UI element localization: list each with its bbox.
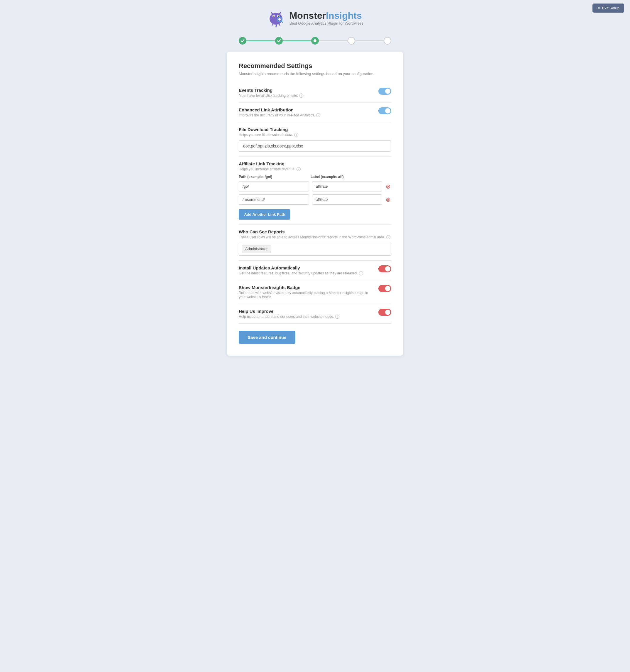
page-title: Recommended Settings	[239, 62, 391, 70]
affiliate-link-desc: Helps you increase affiliate revenue. i	[239, 167, 391, 171]
affiliate-row-2: ⊗	[239, 194, 391, 205]
page-subtitle: MonsterInsights recommends the following…	[239, 72, 391, 76]
install-updates-info-icon: i	[359, 271, 363, 275]
install-updates-info: Install Updates Automatically Get the la…	[239, 265, 372, 275]
file-download-label: File Download Tracking	[239, 127, 391, 132]
progress-step-3	[311, 37, 319, 45]
show-badge-desc-text: Build trust with website visitors by aut…	[239, 291, 372, 299]
help-improve-toggle[interactable]	[378, 309, 391, 316]
affiliate-label-header: Label (example: aff)	[310, 175, 379, 179]
tag-input[interactable]: Administrator	[239, 243, 391, 256]
events-tracking-desc: Must have for all click tracking on site…	[239, 94, 372, 98]
show-badge-desc: Build trust with website visitors by aut…	[239, 291, 372, 299]
show-badge-info: Show MonsterInsights Badge Build trust w…	[239, 285, 372, 299]
progress-line-3	[319, 41, 348, 41]
svg-marker-16	[278, 24, 281, 26]
progress-bar	[0, 34, 630, 52]
brand-insights: Insights	[326, 10, 362, 21]
help-improve-toggle-control[interactable]	[378, 309, 391, 316]
progress-line-2	[283, 41, 311, 41]
enhanced-link-label: Enhanced Link Attribution	[239, 107, 372, 112]
enhanced-link-info: Enhanced Link Attribution Improves the a…	[239, 107, 372, 117]
affiliate-remove-button-1[interactable]: ⊗	[385, 183, 391, 190]
help-improve-info-icon: i	[335, 315, 339, 319]
enhanced-link-desc: Improves the accuracy of your In-Page An…	[239, 113, 372, 117]
events-tracking-info: Events Tracking Must have for all click …	[239, 88, 372, 98]
enhanced-link-info-icon: i	[316, 113, 320, 117]
progress-step-4	[348, 37, 355, 45]
main-card: Recommended Settings MonsterInsights rec…	[227, 52, 403, 356]
install-updates-toggle[interactable]	[378, 265, 391, 272]
exit-setup-button[interactable]: ✕ Exit Setup	[592, 3, 624, 13]
show-badge-label: Show MonsterInsights Badge	[239, 285, 372, 290]
install-updates-desc: Get the latest features, bug fixes, and …	[239, 271, 372, 275]
exit-icon: ✕	[597, 6, 600, 10]
svg-marker-14	[271, 24, 274, 26]
affiliate-label-input-1[interactable]	[312, 181, 382, 191]
add-link-path-button[interactable]: Add Another Link Path	[239, 209, 290, 220]
who-can-see-section: Who Can See Reports These user roles wil…	[239, 224, 391, 261]
progress-step-2	[275, 37, 283, 45]
progress-line-4	[355, 41, 384, 41]
progress-step-1	[239, 37, 247, 45]
who-can-see-desc-text: These user roles will be able to access …	[239, 235, 385, 239]
events-tracking-info-icon: i	[299, 94, 303, 98]
help-improve-row: Help Us Improve Help us better understan…	[239, 304, 391, 324]
who-can-see-desc: These user roles will be able to access …	[239, 235, 391, 239]
install-updates-desc-text: Get the latest features, bug fixes, and …	[239, 271, 358, 275]
file-download-desc-text: Helps you see file downloads data.	[239, 133, 293, 137]
file-download-section: File Download Tracking Helps you see fil…	[239, 122, 391, 157]
logo-text: MonsterInsights Best Google Analytics Pl…	[289, 11, 364, 25]
exit-setup-label: Exit Setup	[602, 6, 620, 10]
svg-marker-15	[275, 25, 277, 27]
show-badge-knob	[385, 286, 390, 291]
affiliate-link-desc-text: Helps you increase affiliate revenue.	[239, 167, 295, 171]
progress-track	[239, 37, 391, 45]
affiliate-row-1: ⊗	[239, 181, 391, 191]
enhanced-link-toggle-control[interactable]	[378, 107, 391, 114]
events-tracking-toggle-control[interactable]	[378, 88, 391, 95]
svg-point-8	[279, 16, 279, 16]
enhanced-link-knob	[385, 108, 390, 114]
enhanced-link-desc-text: Improves the accuracy of your In-Page An…	[239, 113, 315, 117]
enhanced-link-row: Enhanced Link Attribution Improves the a…	[239, 103, 391, 122]
progress-step-5	[383, 37, 391, 45]
svg-point-10	[278, 18, 281, 21]
show-badge-toggle-control[interactable]	[378, 285, 391, 292]
affiliate-link-info-icon: i	[297, 167, 301, 171]
help-improve-label: Help Us Improve	[239, 309, 372, 314]
events-tracking-toggle[interactable]	[378, 88, 391, 95]
enhanced-link-toggle[interactable]	[378, 107, 391, 114]
affiliate-link-label: Affiliate Link Tracking	[239, 161, 391, 166]
save-continue-button[interactable]: Save and continue	[239, 331, 295, 344]
show-badge-row: Show MonsterInsights Badge Build trust w…	[239, 280, 391, 304]
events-tracking-row: Events Tracking Must have for all click …	[239, 83, 391, 103]
affiliate-path-input-1[interactable]	[239, 181, 309, 191]
affiliate-path-input-2[interactable]	[239, 194, 309, 205]
install-updates-knob	[385, 266, 390, 271]
affiliate-path-header: Path (example: /go/)	[239, 175, 307, 179]
affiliate-remove-button-2[interactable]: ⊗	[385, 196, 391, 203]
file-download-input[interactable]	[239, 140, 391, 151]
events-tracking-knob	[385, 89, 390, 94]
install-updates-toggle-control[interactable]	[378, 265, 391, 272]
affiliate-link-section: Affiliate Link Tracking Helps you increa…	[239, 157, 391, 224]
svg-line-11	[281, 21, 283, 23]
affiliate-label-input-2[interactable]	[312, 194, 382, 205]
show-badge-toggle[interactable]	[378, 285, 391, 292]
help-improve-desc-text: Help us better understand our users and …	[239, 315, 334, 319]
progress-line-1	[247, 41, 275, 41]
help-improve-desc: Help us better understand our users and …	[239, 315, 372, 319]
who-can-see-info-icon: i	[386, 235, 390, 239]
svg-point-7	[274, 16, 275, 16]
administrator-tag: Administrator	[242, 245, 271, 253]
install-updates-row: Install Updates Automatically Get the la…	[239, 261, 391, 280]
help-improve-knob	[385, 310, 390, 315]
events-tracking-desc-text: Must have for all click tracking on site…	[239, 94, 298, 98]
install-updates-label: Install Updates Automatically	[239, 265, 372, 270]
events-tracking-label: Events Tracking	[239, 88, 372, 93]
help-improve-info: Help Us Improve Help us better understan…	[239, 309, 372, 319]
header: MonsterInsights Best Google Analytics Pl…	[0, 0, 630, 34]
file-download-desc: Helps you see file downloads data. i	[239, 133, 391, 137]
logo-tagline: Best Google Analytics Plugin for WordPre…	[289, 21, 364, 25]
